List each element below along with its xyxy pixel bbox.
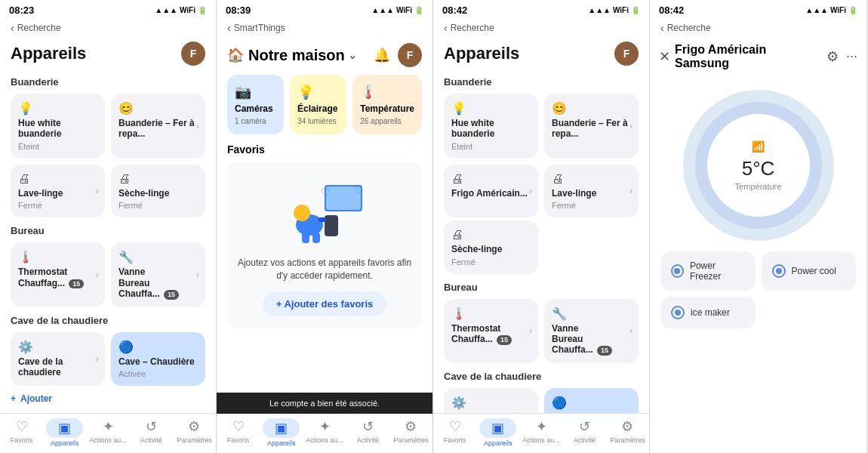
tab-label: Activité	[140, 436, 162, 444]
badge: 15	[164, 290, 179, 300]
radio-power-freezer[interactable]	[671, 264, 684, 278]
control-power-freezer[interactable]: Power Freezer	[660, 251, 756, 291]
avatar-3[interactable]: F	[614, 42, 639, 66]
tab-settings-1[interactable]: ⚙ Paramètres	[173, 417, 216, 448]
signal-icon: ▲▲▲	[371, 6, 394, 14]
cat-count: 34 lumières	[297, 117, 339, 125]
settings-icon: ⚙️	[451, 396, 531, 410]
device-card-sechelinge-1[interactable]: 🖨 Sèche-linge Fermé	[111, 165, 205, 217]
cat-lighting[interactable]: 💡 Éclairage 34 lumières	[290, 75, 346, 134]
chevron-down-icon[interactable]: ⌄	[348, 49, 357, 61]
tab-activity-3[interactable]: ↺ Activité	[563, 417, 606, 448]
device-name: Frigo Américain...	[451, 188, 531, 199]
device-card-vanne-1[interactable]: 🔧 VanneBureauChauffa... 15 ›	[111, 242, 205, 307]
device-card-buanderie-3[interactable]: 😊 Buanderie – Fer à repa... ›	[544, 94, 639, 159]
back-arrow-1[interactable]: ‹	[11, 22, 14, 34]
device-card-chaudiere-1[interactable]: 🔵 Cave – Chaudière Activée	[111, 332, 205, 386]
badge: 15	[69, 279, 84, 289]
gear-icon[interactable]: ⚙	[826, 48, 839, 65]
back-arrow-2[interactable]: ‹	[227, 22, 231, 34]
radio-ice-maker[interactable]	[671, 306, 685, 319]
tab-actions-3[interactable]: ✦ Actions au...	[519, 417, 562, 448]
tab-appareils-1[interactable]: ▣ Appareils	[43, 417, 86, 448]
history-icon: ↺	[362, 418, 374, 435]
tab-actions-2[interactable]: ✦ Actions au...	[303, 417, 346, 448]
scroll-content-3: Buanderie 💡 Hue white buanderie Éteint 😊…	[433, 72, 649, 413]
tab-activity-1[interactable]: ↺ Activité	[130, 417, 173, 448]
ajouter-favoris-button[interactable]: + Ajouter des favoris	[263, 291, 386, 316]
thermometer-icon: 🌡️	[360, 84, 414, 100]
status-bar-4: 08:42 ▲▲▲ WiFi 🔋	[650, 0, 866, 19]
device-card-buanderie-1[interactable]: 😊 Buanderie – Fer à repa... ›	[111, 94, 205, 159]
temp-value: 5°C	[742, 157, 775, 180]
device-card-frigo-3[interactable]: 🖨 Frigo Américain... ›	[444, 165, 538, 217]
tab-label: Activité	[357, 436, 379, 444]
tab-activity-2[interactable]: ↺ Activité	[346, 417, 389, 448]
radio-power-cool[interactable]	[772, 264, 786, 278]
lightbulb-icon: 💡	[297, 84, 339, 100]
screen-4: 08:42 ▲▲▲ WiFi 🔋 ‹ Recherche ✕ Frigo Amé…	[650, 0, 866, 453]
device-card-thermostat-1[interactable]: 🌡️ ThermostatChauffag... 15 ›	[11, 242, 105, 307]
device-card-cave-1[interactable]: ⚙️ Cave de la chaudiere ›	[11, 332, 105, 386]
signal-icon: ▲▲▲	[155, 6, 177, 14]
device-card-sechelinge-3[interactable]: 🖨 Sèche-linge Fermé	[444, 220, 538, 273]
device-status: Fermé	[18, 201, 97, 210]
screen-header-3: Appareils F	[433, 39, 649, 72]
device-grid-cave-3: ⚙️ Cave de la... 🔵 Cave –Chaudière	[433, 385, 649, 413]
battery-icon: 🔋	[414, 6, 423, 14]
tab-actions-1[interactable]: ✦ Actions au...	[86, 417, 129, 448]
tab-label: Appareils	[484, 439, 512, 447]
tab-favoris-1[interactable]: ♡ Favoris	[0, 417, 43, 448]
boiler-icon: 🔵	[119, 340, 198, 354]
status-icons-1: ▲▲▲ WiFi 🔋	[155, 6, 207, 14]
more-icon[interactable]: ···	[846, 48, 857, 65]
device-card-lavelinge-1[interactable]: 🖨 Lave-linge Fermé ›	[11, 165, 105, 217]
device-card-hue-3[interactable]: 💡 Hue white buanderie Éteint	[444, 94, 538, 159]
cat-cameras[interactable]: 📷 Caméras 1 caméra	[227, 75, 284, 134]
device-name: ThermostatChauffa... 15	[451, 323, 531, 345]
avatar-2[interactable]: F	[398, 43, 422, 67]
nav-bar-2: ‹ SmartThings	[217, 19, 432, 39]
device-card-vanne-3[interactable]: 🔧 VanneBureauChauffa... 15 ›	[544, 299, 639, 364]
back-arrow-3[interactable]: ‹	[444, 22, 448, 34]
gear-icon: ⚙	[621, 418, 633, 435]
tab-favoris-2[interactable]: ♡ Favoris	[217, 417, 260, 448]
add-label-1: Ajouter	[20, 393, 52, 404]
history-icon: ↺	[146, 418, 157, 435]
tab-favoris-3[interactable]: ♡ Favoris	[433, 417, 476, 448]
add-btn-1[interactable]: + Ajouter	[0, 389, 216, 408]
device-card-thermostat-3[interactable]: 🌡️ ThermostatChauffa... 15 ›	[444, 299, 538, 364]
control-ice-maker[interactable]: ice maker	[660, 297, 756, 328]
device-grid-3b: 🖨 Sèche-linge Fermé	[433, 220, 649, 276]
bell-icon[interactable]: 🔔	[374, 47, 390, 63]
tab-settings-2[interactable]: ⚙ Paramètres	[389, 417, 432, 448]
gear-icon: ⚙	[188, 418, 200, 435]
screen-1: 08:23 ▲▲▲ WiFi 🔋 ‹ Recherche Appareils F…	[0, 0, 217, 453]
cat-temperature[interactable]: 🌡️ Température 26 appareils	[352, 75, 422, 134]
time-4: 08:42	[659, 5, 684, 16]
device-card-hue-1[interactable]: 💡 Hue white buanderie Éteint	[11, 94, 105, 159]
tab-settings-3[interactable]: ⚙ Paramètres	[606, 417, 649, 448]
section-cave-1: Cave de la chaudiere	[0, 310, 216, 329]
back-arrow-4[interactable]: ‹	[660, 22, 664, 34]
close-icon[interactable]: ✕	[659, 48, 670, 65]
tab-appareils-3[interactable]: ▣ Appareils	[476, 417, 519, 448]
avatar-1[interactable]: F	[181, 42, 205, 66]
section-bureau-3: Bureau	[433, 277, 649, 296]
chevron-icon: ›	[629, 121, 633, 131]
history-icon: ↺	[579, 418, 590, 435]
device-card-cave-3[interactable]: ⚙️ Cave de la...	[444, 388, 538, 413]
screen-header-1: Appareils F	[0, 39, 216, 72]
device-card-lavelinge-3[interactable]: 🖨 Lave-linge Fermé ›	[544, 165, 639, 217]
fridge-action-icons: ⚙ ···	[826, 48, 857, 65]
tab-appareils-2[interactable]: ▣ Appareils	[260, 417, 303, 448]
wifi-icon: WiFi	[613, 6, 629, 14]
control-power-cool[interactable]: Power cool	[762, 251, 857, 291]
cat-name: Caméras	[235, 103, 276, 114]
device-card-chaudiere-3[interactable]: 🔵 Cave –Chaudière	[544, 388, 639, 413]
svg-rect-6	[302, 231, 309, 243]
screen-2: 08:39 ▲▲▲ WiFi 🔋 ‹ SmartThings 🏠 Notre m…	[217, 0, 433, 453]
fridge-title: Frigo Américain Samsung	[675, 43, 822, 70]
device-name: Sèche-linge	[451, 244, 531, 254]
svg-rect-2	[325, 215, 338, 236]
